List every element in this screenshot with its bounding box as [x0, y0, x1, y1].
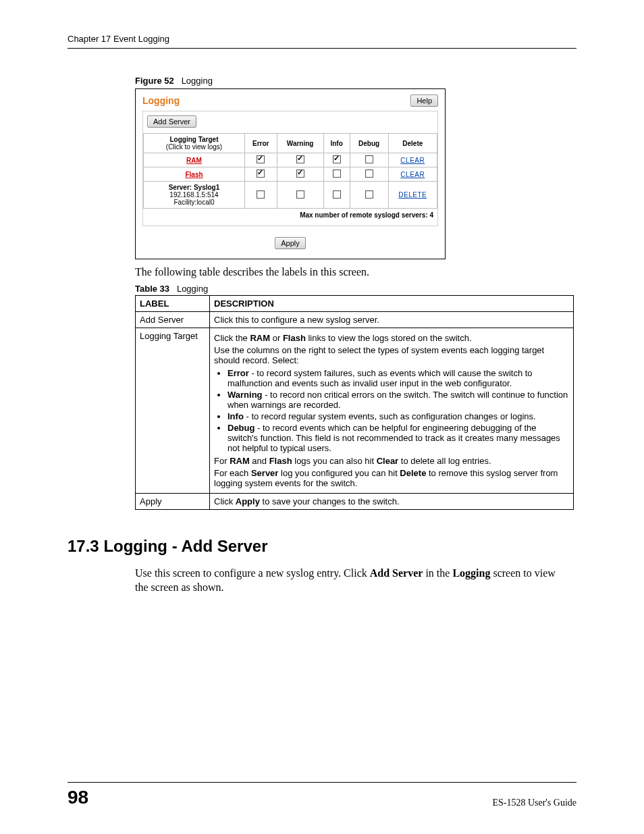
t: Apply	[236, 496, 260, 506]
th-description: DESCRIPTION	[210, 296, 574, 312]
section-heading: 17.3 Logging - Add Server	[68, 537, 576, 556]
table-name: Logging	[177, 284, 208, 294]
logging-target-table: Logging Target (Click to view logs) Erro…	[143, 133, 437, 209]
t: log you configured you can hit	[278, 468, 400, 478]
list-item: Info - to record regular system events, …	[227, 411, 569, 421]
row-addserver-desc: Click this to configure a new syslog ser…	[210, 312, 574, 328]
table-row: Server: Syslog1 192.168.1.5:514 Facility…	[144, 182, 437, 209]
flash-error-checkbox[interactable]	[257, 170, 265, 178]
max-servers-note: Max number of remote syslogd servers: 4	[143, 209, 437, 219]
section-body: Use this screen to configure a new syslo…	[135, 567, 567, 595]
list-item: Warning - to record non critical errors …	[227, 390, 569, 410]
t: Flash	[269, 456, 292, 466]
panel-title: Logging	[142, 95, 180, 106]
chapter-header: Chapter 17 Event Logging	[68, 34, 576, 49]
t: Click the	[214, 333, 250, 343]
t: - to record system failures, such as eve…	[227, 368, 533, 388]
server-name: Server: Syslog1	[146, 184, 242, 191]
t: - to record regular system events, such …	[244, 411, 536, 421]
t: - to record events which can be helpful …	[227, 423, 560, 453]
ram-warning-checkbox[interactable]	[296, 155, 304, 163]
guide-name: ES-1528 User's Guide	[492, 798, 576, 808]
t: to delete all log entries.	[398, 456, 491, 466]
server-warning-checkbox[interactable]	[296, 190, 304, 199]
col-error: Error	[245, 134, 277, 153]
row-target-label: Logging Target	[136, 328, 210, 494]
t: For	[214, 456, 230, 466]
t: Debug	[227, 423, 254, 433]
t: and	[250, 456, 269, 466]
flash-info-checkbox[interactable]	[333, 170, 341, 178]
t: RAM	[250, 333, 270, 343]
row-apply-desc: Click Apply to save your changes to the …	[210, 494, 574, 510]
t: Logging	[452, 567, 490, 579]
add-server-button[interactable]: Add Server	[147, 115, 196, 128]
t: Add Server	[370, 567, 423, 579]
server-facility: Facility:local0	[146, 199, 242, 206]
t: Use this screen to configure a new syslo…	[135, 567, 370, 579]
t: in the	[423, 567, 452, 579]
ram-info-checkbox[interactable]	[333, 155, 341, 163]
t: Error	[227, 368, 249, 378]
description-table: LABEL DESCRIPTION Add Server Click this …	[135, 295, 574, 510]
t: RAM	[230, 456, 250, 466]
t: Server	[251, 468, 278, 478]
server-address: 192.168.1.5:514	[146, 191, 242, 199]
row-apply-label: Apply	[136, 494, 210, 510]
apply-button[interactable]: Apply	[275, 237, 306, 249]
t: Click	[214, 496, 236, 506]
server-info-checkbox[interactable]	[333, 190, 341, 199]
table-row: Apply Click Apply to save your changes t…	[136, 494, 574, 510]
t: to save your changes to the switch.	[260, 496, 400, 506]
server-debug-checkbox[interactable]	[365, 190, 373, 199]
table-caption: Table 33 Logging	[135, 284, 576, 294]
page-footer: 98 ES-1528 User's Guide	[68, 782, 576, 808]
t: Use the columns on the right to select t…	[214, 345, 569, 365]
after-figure-text: The following table describes the labels…	[135, 266, 576, 278]
flash-warning-checkbox[interactable]	[296, 170, 304, 178]
col-warning: Warning	[277, 134, 323, 153]
list-item: Debug - to record events which can be he…	[227, 423, 569, 453]
flash-debug-checkbox[interactable]	[365, 170, 373, 178]
t: For each	[214, 468, 251, 478]
ram-error-checkbox[interactable]	[257, 155, 265, 163]
col-delete: Delete	[388, 134, 437, 153]
table-row: Logging Target Click the RAM or Flash li…	[136, 328, 574, 494]
server-error-checkbox[interactable]	[257, 190, 265, 199]
t: Delete	[400, 468, 426, 478]
flash-clear-link[interactable]: CLEAR	[400, 171, 425, 178]
ram-link[interactable]: RAM	[186, 157, 202, 164]
list-item: Error - to record system failures, such …	[227, 368, 569, 388]
table-row: Flash CLEAR	[144, 167, 437, 182]
t: Info	[227, 411, 244, 421]
table-row: Add Server Click this to configure a new…	[136, 312, 574, 328]
figure-name: Logging	[182, 76, 213, 86]
page-number: 98	[68, 787, 88, 808]
logging-screenshot: Logging Help Add Server Logging Target (…	[135, 88, 446, 259]
table-label: Table 33	[135, 284, 169, 294]
t: Flash	[283, 333, 306, 343]
row-addserver-label: Add Server	[136, 312, 210, 328]
row-target-desc: Click the RAM or Flash links to view the…	[210, 328, 574, 494]
col-debug: Debug	[350, 134, 388, 153]
col-target: Logging Target (Click to view logs)	[144, 134, 245, 153]
table-row: RAM CLEAR	[144, 153, 437, 167]
server-delete-link[interactable]: DELETE	[398, 191, 427, 199]
ram-clear-link[interactable]: CLEAR	[400, 157, 425, 164]
th-label: LABEL	[136, 296, 210, 312]
col-info: Info	[323, 134, 350, 153]
t: Clear	[377, 456, 399, 466]
col-target-sub: (Click to view logs)	[146, 143, 242, 151]
t: Warning	[227, 390, 263, 400]
t: links to view the logs stored on the swi…	[306, 333, 472, 343]
col-target-label: Logging Target	[146, 136, 242, 143]
flash-link[interactable]: Flash	[185, 171, 203, 178]
t: - to record non critical errors on the s…	[227, 390, 568, 410]
t: or	[270, 333, 283, 343]
figure-caption: Figure 52 Logging	[135, 76, 576, 86]
ram-debug-checkbox[interactable]	[365, 155, 373, 163]
t: logs you can also hit	[292, 456, 377, 466]
help-button[interactable]: Help	[410, 95, 438, 107]
figure-label: Figure 52	[135, 76, 174, 86]
